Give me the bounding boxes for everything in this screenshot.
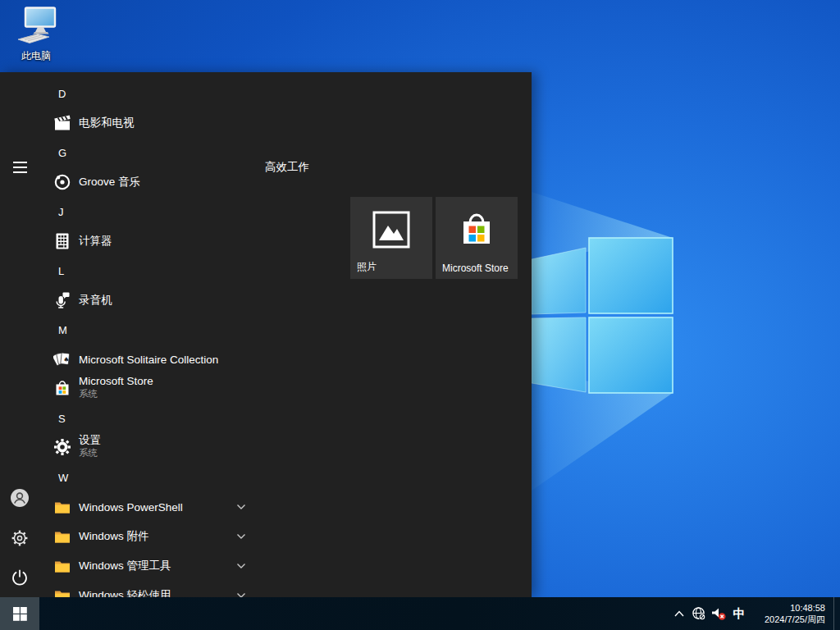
app-item-calculator[interactable]: 计算器 [39,231,345,251]
tile-microsoft-store[interactable]: Microsoft Store [436,197,518,279]
folder-icon [53,527,71,546]
app-label: 设置 [79,433,101,447]
taskbar-clock[interactable]: 10:48:58 2024/7/25/周四 [750,602,833,625]
app-folder-windows-ease-of-access[interactable]: Windows 轻松使用 [39,586,345,597]
chevron-down-icon[interactable] [235,530,248,543]
taskbar: 中 10:48:58 2024/7/25/周四 [0,597,840,630]
tray-network-button[interactable] [689,597,709,630]
user-account-button[interactable] [0,478,39,518]
chevron-down-icon[interactable] [235,559,248,573]
show-desktop-button[interactable] [833,597,840,630]
user-avatar-icon [10,488,30,508]
power-icon [11,568,29,587]
letter-header-s[interactable]: S [39,413,345,427]
settings-gear-icon [53,438,71,456]
gear-icon [11,529,29,547]
app-item-microsoft-store[interactable]: Microsoft Store 系统 [39,373,345,403]
tile-label: 照片 [357,260,377,274]
network-globe-no-internet-icon [692,606,706,621]
ime-indicator[interactable]: 中 [728,606,750,622]
desktop-icon-label: 此电脑 [21,49,51,63]
volume-muted-icon [711,607,727,621]
windows-logo-icon [13,607,27,621]
letter-header-j[interactable]: J [39,206,345,221]
folder-icon [53,557,71,575]
letter-header-d[interactable]: D [39,88,345,103]
microsoft-store-icon [459,211,495,252]
settings-rail-button[interactable] [0,518,39,558]
tray-volume-button[interactable] [709,597,728,630]
tray-expand-button[interactable] [669,597,689,630]
folder-icon [53,498,71,516]
clock-time: 10:48:58 [750,602,825,614]
start-menu-rail [0,72,39,597]
tile-grid: 照片 Microsoft Store [350,197,518,279]
voice-recorder-icon [53,291,71,309]
solitaire-icon: ♠ [53,350,71,368]
photos-icon [372,211,410,252]
desktop-icon-this-pc[interactable]: 此电脑 [7,7,66,67]
clock-date: 2024/7/25/周四 [750,614,825,625]
tile-photos[interactable]: 照片 [350,197,432,279]
chevron-up-icon [673,609,685,618]
letter-header-l[interactable]: L [39,265,345,280]
power-button[interactable] [0,558,39,597]
app-folder-windows-accessories[interactable]: Windows 附件 [39,527,345,546]
microsoft-store-icon [53,379,71,397]
movies-tv-icon [53,114,71,132]
tile-group-title: 高效工作 [265,160,309,175]
groove-music-icon [53,173,71,191]
app-folder-windows-admin-tools[interactable]: Windows 管理工具 [39,556,345,576]
letter-header-w[interactable]: W [39,472,345,486]
expand-menu-button[interactable] [0,148,39,187]
app-item-solitaire[interactable]: ♠ Microsoft Solitaire Collection [39,349,345,369]
hamburger-icon [13,162,27,173]
start-button[interactable] [0,597,39,630]
app-item-settings[interactable]: 设置 系统 [39,432,345,462]
svg-text:♠: ♠ [63,356,69,363]
this-pc-icon [15,7,57,48]
app-label: Microsoft Store [79,374,153,388]
chevron-down-icon[interactable] [235,500,248,514]
system-tray: 中 10:48:58 2024/7/25/周四 [669,597,840,630]
screen: 此电脑 [0,0,840,630]
app-sublabel: 系统 [79,388,153,400]
tile-label: Microsoft Store [442,262,509,274]
app-item-groove-music[interactable]: Groove 音乐 [39,172,345,192]
start-menu-app-list: D 电影和电视 G [39,72,345,597]
calculator-icon [53,232,71,250]
app-item-voice-recorder[interactable]: 录音机 [39,290,345,310]
app-sublabel: 系统 [79,447,101,459]
folder-icon [53,587,71,597]
chevron-down-icon[interactable] [235,589,248,597]
app-folder-windows-powershell[interactable]: Windows PowerShell [39,497,345,517]
app-item-movies-tv[interactable]: 电影和电视 [39,113,345,133]
start-menu: D 电影和电视 G [0,72,532,597]
letter-header-m[interactable]: M [39,324,345,339]
